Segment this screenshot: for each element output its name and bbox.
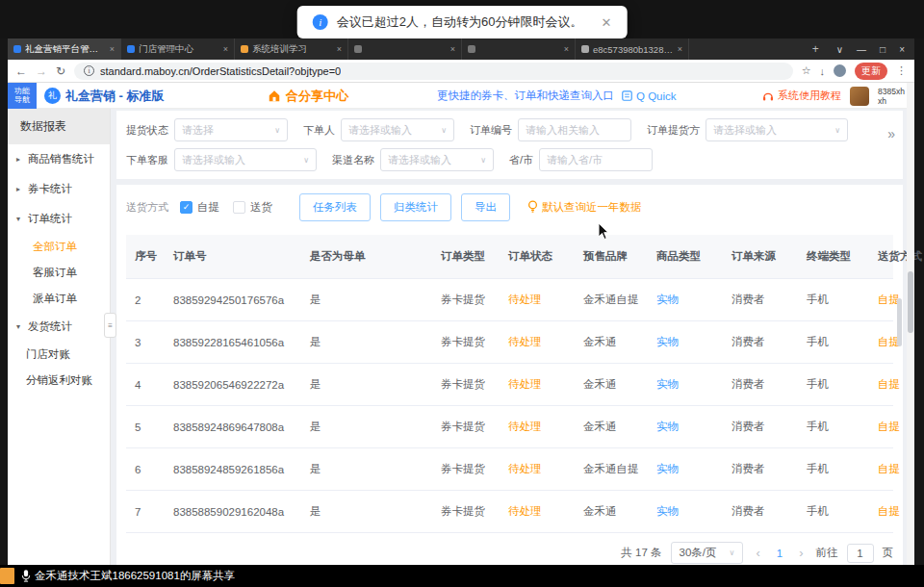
checkbox-送货[interactable]: 送货 (233, 200, 272, 215)
table-row[interactable]: 283859294250176576a是券卡提货待处理金禾通自提实物消费者手机自… (126, 279, 893, 321)
product-type-link[interactable]: 实物 (648, 504, 723, 519)
checkbox-checked-icon[interactable]: ✓ (180, 201, 192, 214)
browser-tab[interactable]: × (462, 38, 576, 60)
归类统计-button[interactable]: 归类统计 (380, 193, 451, 221)
sidebar-subitem-派单订单[interactable]: 派单订单 (8, 286, 110, 312)
product-type-link[interactable]: 实物 (648, 377, 723, 392)
bookmark-star-icon[interactable]: ☆ (802, 64, 811, 77)
tab-close-icon[interactable]: × (337, 44, 342, 54)
forward-icon[interactable]: → (36, 64, 47, 78)
site-info-icon[interactable]: i (84, 65, 94, 76)
browser-tab[interactable]: e8c573980b1328a258fd2e6l× (576, 38, 689, 60)
user-avatar[interactable] (850, 87, 869, 106)
reload-icon[interactable]: ↻ (56, 64, 65, 78)
checkbox-unchecked-icon[interactable] (233, 201, 245, 214)
table-cell: 是 (301, 420, 432, 434)
table-cell: 金禾通 (575, 377, 648, 392)
filter-select[interactable]: 请选择或输入∨ (341, 118, 454, 141)
column-header-终端类型: 终端类型 (798, 249, 869, 264)
product-type-link[interactable]: 实物 (648, 420, 723, 434)
prev-page-button[interactable]: ‹ (752, 546, 763, 560)
quick-label: Q Quick (636, 90, 677, 102)
tutorial-link[interactable]: 系统使用教程 (762, 89, 841, 103)
table-scrollbar-thumb[interactable] (897, 298, 902, 346)
browser-tab[interactable]: 礼盒营销平台管理中心× (8, 38, 121, 60)
tab-close-icon[interactable]: × (110, 44, 115, 54)
sidebar-collapse-handle[interactable]: ≡ (104, 313, 116, 338)
close-button[interactable]: × (899, 44, 905, 55)
tab-close-icon[interactable]: × (678, 44, 682, 54)
page-scrollbar-thumb[interactable] (908, 271, 913, 333)
quick-entry-link[interactable]: Q Quick (622, 83, 677, 109)
table-cell: 券卡提货 (432, 462, 500, 476)
browser-tab[interactable]: 系统培训学习× (235, 38, 348, 60)
browser-update-button[interactable]: 更新 (855, 63, 887, 80)
back-icon[interactable]: ← (15, 64, 27, 78)
sidebar-item-发货统计[interactable]: ▾发货统计 (8, 312, 110, 342)
table-cell: 金禾通自提 (575, 293, 648, 307)
filter-input[interactable]: 请输入相关输入 (518, 118, 631, 141)
table-cell: 手机 (798, 293, 869, 307)
window-controls: ∨—□× (827, 38, 914, 60)
table-cell: 4 (126, 379, 165, 391)
browser-menu-icon[interactable]: ⋮ (896, 64, 907, 77)
sidebar-item-商品销售统计[interactable]: ▸商品销售统计 (8, 144, 110, 174)
table-row[interactable]: 383859228165461056a是券卡提货待处理金禾通实物消费者手机自提 (126, 321, 893, 364)
chevron-down-icon[interactable]: ∨ (836, 44, 843, 55)
tab-close-icon[interactable]: × (223, 44, 228, 54)
table-row[interactable]: 483859206546922272a是券卡提货待处理金禾通实物消费者手机自提 (126, 364, 893, 406)
任务列表-button[interactable]: 任务列表 (299, 193, 371, 221)
filter-input[interactable]: 请输入省/市 (539, 148, 653, 171)
sidebar-subitem-客服订单[interactable]: 客服订单 (8, 260, 110, 286)
delivery-label: 送货方式 (126, 200, 168, 215)
product-type-link[interactable]: 实物 (648, 335, 723, 349)
page-size-select[interactable]: 30条/页 ∨ (671, 542, 744, 564)
sidebar-subitem-分销返利对账[interactable]: 分销返利对账 (8, 368, 110, 394)
table-cell: 5 (126, 421, 165, 433)
product-type-link[interactable]: 实物 (648, 462, 723, 476)
table-cell: 自提 (869, 420, 923, 434)
filter-select[interactable]: 请选择或输入∨ (706, 118, 848, 141)
new-tab-button[interactable]: + (805, 38, 827, 60)
sidebar-subitem-全部订单[interactable]: 全部订单 (8, 234, 110, 260)
browser-tab[interactable]: 门店管理中心× (121, 38, 235, 60)
table-row[interactable]: 783858859029162048a是券卡提货待处理金禾通实物消费者手机自提 (126, 491, 893, 533)
tab-close-icon[interactable]: × (450, 44, 455, 54)
sidebar-subitem-门店对账[interactable]: 门店对账 (8, 342, 110, 368)
table-row[interactable]: 583858924869647808a是券卡提货待处理金禾通实物消费者手机自提 (126, 406, 893, 448)
product-type-link[interactable]: 实物 (648, 293, 723, 307)
url-text[interactable]: standard.maboy.cn/OrderStatisticsDetail?… (100, 65, 341, 77)
browser-tab[interactable]: × (348, 38, 462, 60)
sidebar-item-券卡统计[interactable]: ▸券卡统计 (8, 174, 110, 204)
tab-close-icon[interactable]: × (564, 44, 569, 54)
browser-profile-icon[interactable] (834, 64, 846, 77)
filter-panel: 提货状态请选择∨下单人请选择或输入∨订单编号请输入相关输入订单提货方请选择或输入… (116, 111, 903, 179)
filter-label: 订单提货方 (647, 123, 700, 138)
sidebar-item-label: 券卡统计 (28, 182, 72, 196)
jump-page-input[interactable]: 1 (847, 544, 874, 563)
filter-select[interactable]: 请选择或输入∨ (380, 148, 494, 171)
minimize-button[interactable]: — (857, 44, 866, 55)
download-icon[interactable]: ↓ (820, 65, 826, 77)
导出-button[interactable]: 导出 (461, 193, 510, 221)
table-row[interactable]: 683858924859261856a是券卡提货待处理金禾通自提实物消费者手机自… (126, 448, 893, 491)
chevron-down-icon: ∨ (274, 126, 280, 135)
filter-select[interactable]: 请选择∨ (174, 118, 288, 141)
page-number-1[interactable]: 1 (773, 548, 786, 559)
taskbar-avatar[interactable] (0, 568, 14, 584)
filter-collapse-icon[interactable]: » (887, 126, 895, 141)
filter-select[interactable]: 请选择或输入∨ (174, 148, 317, 171)
address-bar[interactable]: i standard.maboy.cn/OrderStatisticsDetai… (74, 63, 793, 80)
share-center-link[interactable]: 合分享中心 (268, 83, 348, 109)
column-header-是否为母单: 是否为母单 (301, 249, 432, 264)
toast-close-icon[interactable]: ✕ (601, 15, 611, 30)
page-scrollbar[interactable] (907, 83, 914, 565)
function-nav-toggle[interactable]: 功能 导航 (8, 83, 37, 109)
next-page-button[interactable]: › (795, 546, 807, 560)
column-header-订单状态: 订单状态 (500, 249, 575, 264)
maximize-button[interactable]: □ (880, 44, 886, 55)
filter-label: 下单客服 (126, 153, 168, 167)
sidebar-item-订单统计[interactable]: ▾订单统计 (8, 204, 110, 234)
checkbox-自提[interactable]: ✓自提 (180, 200, 219, 215)
query-tip-text: 默认查询近一年数据 (542, 200, 642, 215)
